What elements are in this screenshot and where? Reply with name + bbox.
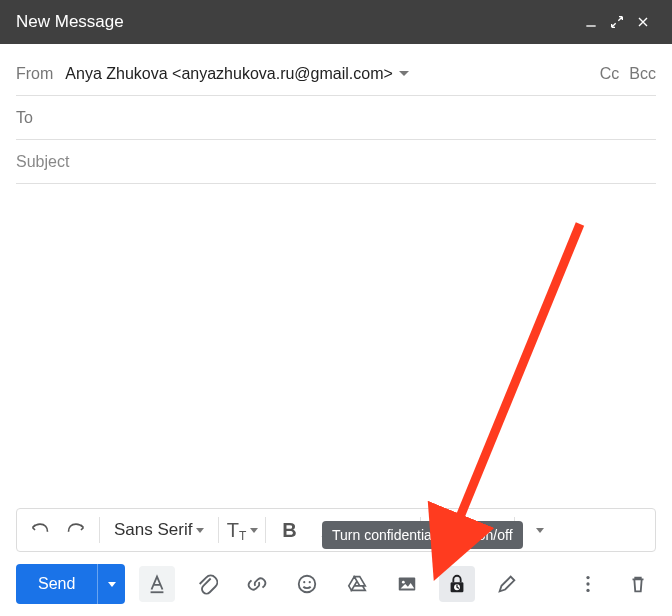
redo-icon[interactable] (59, 513, 93, 547)
svg-point-14 (586, 582, 589, 585)
svg-rect-0 (586, 25, 595, 26)
to-label: To (16, 109, 33, 127)
chevron-down-icon (536, 528, 544, 533)
compose-header: From Anya Zhukova <anyazhukova.ru@gmail.… (0, 44, 672, 184)
from-row: From Anya Zhukova <anyazhukova.ru@gmail.… (16, 52, 656, 96)
undo-icon[interactable] (23, 513, 57, 547)
separator (218, 517, 219, 543)
window-titlebar: New Message (0, 0, 672, 44)
svg-point-6 (299, 576, 316, 593)
svg-point-7 (304, 581, 306, 583)
svg-point-10 (402, 581, 405, 584)
subject-row[interactable] (16, 140, 656, 184)
insert-photo-icon[interactable] (389, 566, 425, 602)
window-title: New Message (16, 12, 578, 32)
svg-point-8 (309, 581, 311, 583)
chevron-down-icon (196, 528, 204, 533)
more-formatting-button[interactable] (521, 513, 555, 547)
formatting-toggle-button[interactable] (139, 566, 175, 602)
chevron-down-icon (250, 528, 258, 533)
font-size-button[interactable]: TT (225, 513, 259, 547)
insert-drive-icon[interactable] (339, 566, 375, 602)
insert-signature-icon[interactable] (489, 566, 525, 602)
font-family-select[interactable]: Sans Serif (106, 513, 212, 547)
confidential-mode-icon[interactable] (439, 566, 475, 602)
chevron-down-icon[interactable] (399, 71, 409, 77)
minimize-icon[interactable] (578, 9, 604, 35)
send-options-button[interactable] (97, 564, 125, 604)
close-icon[interactable] (630, 9, 656, 35)
svg-rect-5 (151, 591, 164, 593)
message-body[interactable] (0, 184, 672, 508)
svg-point-15 (586, 589, 589, 592)
from-value[interactable]: Anya Zhukova <anyazhukova.ru@gmail.com> (65, 65, 599, 83)
send-button[interactable]: Send (16, 564, 97, 604)
from-address: Anya Zhukova <anyazhukova.ru@gmail.com> (65, 65, 393, 83)
action-toolbar: Send (0, 552, 672, 616)
more-options-icon[interactable] (570, 566, 606, 602)
to-row[interactable]: To (16, 96, 656, 140)
discard-draft-icon[interactable] (620, 566, 656, 602)
attach-file-icon[interactable] (189, 566, 225, 602)
svg-point-13 (586, 576, 589, 579)
fullscreen-icon[interactable] (604, 9, 630, 35)
insert-emoji-icon[interactable] (289, 566, 325, 602)
separator (265, 517, 266, 543)
send-button-group: Send (16, 564, 125, 604)
insert-link-icon[interactable] (239, 566, 275, 602)
bcc-button[interactable]: Bcc (629, 65, 656, 83)
from-label: From (16, 65, 53, 83)
separator (99, 517, 100, 543)
tooltip-confidential: Turn confidential mode on/off (322, 521, 523, 549)
cc-button[interactable]: Cc (600, 65, 620, 83)
font-family-label: Sans Serif (114, 520, 192, 540)
bold-button[interactable]: B (272, 513, 306, 547)
subject-input[interactable] (16, 143, 656, 181)
tooltip-text: Turn confidential mode on/off (332, 527, 513, 543)
